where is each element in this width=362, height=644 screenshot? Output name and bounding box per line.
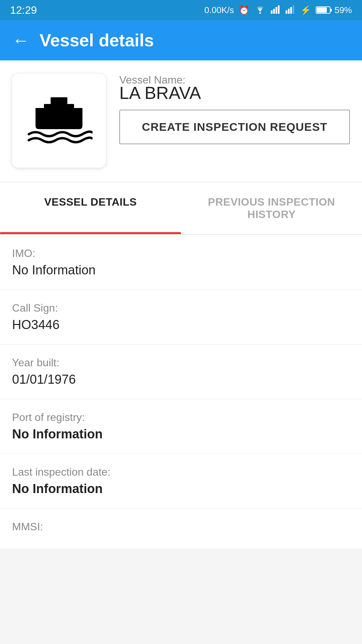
field-lastinspection-label: Last inspection date: <box>12 466 350 478</box>
battery-container: 59% <box>316 5 352 15</box>
vessel-info: Vessel Name: LA BRAVA CREATE INSPECTION … <box>119 74 350 144</box>
svg-rect-6 <box>288 9 290 14</box>
field-yearbuilt-label: Year built: <box>12 357 350 369</box>
field-imo: IMO: No Information <box>0 235 362 290</box>
field-yearbuilt: Year built: 01/01/1976 <box>0 344 362 399</box>
field-callsign-value: HO3446 <box>12 318 350 332</box>
svg-rect-1 <box>271 10 273 14</box>
field-lastinspection-value: No Information <box>12 482 350 496</box>
svg-rect-10 <box>317 7 327 13</box>
svg-rect-12 <box>51 97 67 104</box>
status-bar: 12:29 0.00K/s ⏰ <box>0 0 362 20</box>
charging-icon: ⚡ <box>300 5 311 15</box>
detail-section: IMO: No Information Call Sign: HO3446 Ye… <box>0 235 362 548</box>
app-header: ← Vessel details <box>0 20 362 60</box>
field-callsign: Call Sign: HO3446 <box>0 290 362 344</box>
vessel-icon <box>25 87 93 154</box>
back-button[interactable]: ← <box>12 32 29 49</box>
status-time: 12:29 <box>10 4 37 16</box>
svg-rect-3 <box>276 7 277 14</box>
svg-rect-11 <box>330 9 332 11</box>
field-imo-label: IMO: <box>12 247 350 260</box>
field-mmsi: MMSI: <box>0 508 362 548</box>
status-icons: 0.00K/s ⏰ ⚡ <box>204 4 352 16</box>
svg-point-0 <box>259 12 261 14</box>
network-speed: 0.00K/s <box>204 5 234 15</box>
field-imo-value: No Information <box>12 263 350 277</box>
tab-vessel-details[interactable]: VESSEL DETAILS <box>0 182 181 234</box>
alarm-icon: ⏰ <box>239 5 249 15</box>
field-mmsi-label: MMSI: <box>12 521 350 533</box>
svg-rect-2 <box>273 9 275 14</box>
tab-previous-inspection[interactable]: PREVIOUS INSPECTION HISTORY <box>181 182 362 234</box>
svg-rect-13 <box>44 104 74 108</box>
field-yearbuilt-value: 01/01/1976 <box>12 372 350 387</box>
svg-rect-8 <box>293 5 294 14</box>
battery-percent: 59% <box>335 5 352 15</box>
svg-rect-4 <box>278 5 280 14</box>
signal-icon <box>271 4 281 16</box>
tabs-container: VESSEL DETAILS PREVIOUS INSPECTION HISTO… <box>0 182 362 234</box>
header-title: Vessel details <box>40 30 154 50</box>
wifi-icon <box>254 4 266 16</box>
field-lastinspection: Last inspection date: No Information <box>0 454 362 508</box>
field-portregistry-value: No Information <box>12 427 350 441</box>
create-inspection-button[interactable]: CREATE INSPECTION REQUEST <box>119 110 350 144</box>
svg-rect-7 <box>290 7 292 14</box>
vessel-card-area: Vessel Name: LA BRAVA CREATE INSPECTION … <box>0 60 362 181</box>
svg-rect-5 <box>286 10 287 14</box>
field-portregistry-label: Port of registry: <box>12 411 350 424</box>
signal2-icon <box>286 4 296 16</box>
field-portregistry: Port of registry: No Information <box>0 399 362 454</box>
vessel-image-box <box>12 74 106 168</box>
vessel-name: LA BRAVA <box>119 83 350 103</box>
field-callsign-label: Call Sign: <box>12 302 350 314</box>
